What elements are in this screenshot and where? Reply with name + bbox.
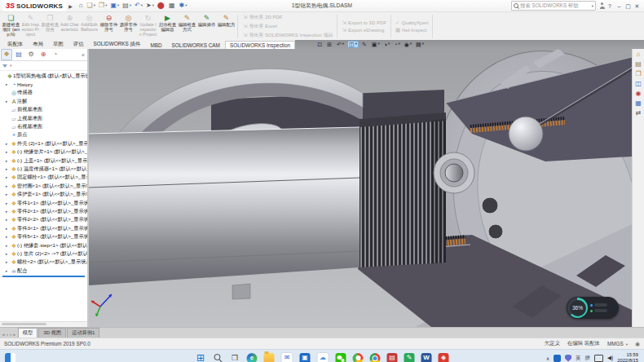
ribbon-button[interactable]: ◎ Add/Edit Balloons <box>80 13 99 40</box>
taskbar-app-icon[interactable] <box>336 353 346 362</box>
model-3d-view[interactable] <box>89 49 632 327</box>
tree-item[interactable]: ▸ ❖ 零件2<2> (默认<<默认>_显示状态 <box>0 216 87 224</box>
heads-up-button[interactable]: ↶ ▾ <box>336 42 345 47</box>
tree-item[interactable]: ▱ 右视基准面 <box>0 122 87 130</box>
command-manager-tab[interactable]: 布局 <box>28 39 48 49</box>
heads-up-button[interactable]: ▤ ▾ <box>415 42 425 47</box>
quick-access-button[interactable]: ▣ ▾ <box>110 2 119 9</box>
ribbon-stack-button[interactable]: ✓QualityXpert <box>395 20 428 26</box>
tab-scroll-arrow-icon[interactable]: « <box>2 332 5 337</box>
tree-item[interactable]: ▸ ❖ 密封圈<1> (默认<<默认>_显示状态 <box>0 182 87 190</box>
window-control-button[interactable]: ✕ <box>633 1 642 11</box>
taskbar-app-icon[interactable]: ▤ <box>387 353 398 362</box>
tree-item[interactable]: ▱ 前视基准面 <box>0 106 87 114</box>
quick-access-button[interactable]: ❏ ▾ <box>87 2 95 9</box>
taskbar-app-icon[interactable]: ✉ <box>281 352 293 362</box>
search-input[interactable]: 搜索 SOLIDWORKS 帮助 ▾ <box>511 1 596 11</box>
panel-tab-icon[interactable]: ❖ <box>1 49 12 60</box>
network-monitor-icon[interactable] <box>594 355 603 362</box>
tree-item[interactable]: ▸ ❖ 螺栓<2> (默认<<默认>_显示状态 <box>0 258 87 267</box>
menu-expand-arrow-icon[interactable]: ▶ <box>68 3 73 9</box>
window-control-button[interactable]: – <box>615 1 624 11</box>
ribbon-button[interactable]: ❏ 新建检查项目 (amp;N) <box>2 13 20 40</box>
tree-item[interactable]: ❖ 1型铠装热电偶 (默认<默认_显示状态-1>) <box>0 72 87 80</box>
tree-item[interactable]: ▸ ❖ (-) 绝缘垫片<1> (默认<<默认>_显示 <box>0 148 87 157</box>
task-pane-tab-icon[interactable]: ◉ <box>636 90 642 97</box>
onedrive-icon[interactable] <box>554 355 561 362</box>
command-manager-tab[interactable]: SOLIDWORKS 插件 <box>89 39 146 49</box>
ribbon-button[interactable]: ◎ 选择零件序号 <box>119 13 138 40</box>
model-tab[interactable]: 3D 视图 <box>38 328 66 338</box>
widgets-icon[interactable] <box>5 353 15 362</box>
panel-collapse-icon[interactable]: « <box>82 52 86 58</box>
heads-up-button[interactable]: ◔ ▾ <box>393 42 401 47</box>
ime-language-indicator[interactable]: 英 <box>576 355 581 362</box>
taskbar-app-icon[interactable]: ❐ <box>230 353 240 362</box>
task-pane-tab-icon[interactable]: ⇄ <box>636 110 642 117</box>
taskbar-clock[interactable]: 15:59 2022/8/15 <box>617 352 638 362</box>
taskbar-app-icon[interactable]: ⊞ <box>196 353 206 362</box>
taskbar-app-icon[interactable]: W <box>421 353 432 362</box>
tree-item[interactable]: ▸ ❖ 零件3<1> (默认<<默认>_显示状态 <box>0 224 87 232</box>
quick-access-button[interactable]: ⌂ <box>79 2 84 9</box>
tray-chevron-icon[interactable]: ∧ <box>546 355 549 361</box>
heads-up-button[interactable]: ⊡ <box>316 42 324 47</box>
tree-horizontal-scrollbar[interactable] <box>0 321 87 327</box>
tree-item[interactable]: + 原点 <box>0 131 87 139</box>
quick-access-button[interactable]: ↶ ▾ <box>135 2 143 9</box>
ribbon-button[interactable]: ↻ Update Inspection Project <box>139 13 157 40</box>
ime-mode-indicator[interactable]: 拼 <box>585 355 591 362</box>
task-pane-tab-icon[interactable]: ▦ <box>635 100 642 107</box>
security-shield-icon[interactable] <box>565 355 571 362</box>
tree-item[interactable]: ▸ ❖ (-) 绝缘套.step<1> (默认<<默认>_ <box>0 241 87 249</box>
taskbar-app-icon[interactable]: ✎ <box>404 353 415 362</box>
model-tab[interactable]: 模型 <box>18 328 37 338</box>
panel-tab-icon[interactable]: ⊕ <box>37 49 49 60</box>
graphics-viewport[interactable]: 36% <box>89 49 632 327</box>
taskbar-app-icon[interactable]: ▣ <box>300 353 311 362</box>
taskbar-app-icon[interactable] <box>370 353 381 362</box>
heads-up-button[interactable]: ◑ ▾ <box>383 42 391 47</box>
quick-access-button[interactable]: ➤ ▾ <box>146 2 154 9</box>
help-icon[interactable]: ? <box>608 3 611 9</box>
tree-item[interactable]: ▸ ❖ (-) 温度传感器<1> (默认<<默认>_显 <box>0 165 87 173</box>
ribbon-button[interactable]: ✎ 编辑配方 <box>217 13 236 40</box>
ribbon-button[interactable]: ⊕ Add Characteristic <box>60 13 79 40</box>
heads-up-button[interactable]: ✎ <box>361 42 368 47</box>
tab-scroll-arrow-icon[interactable]: › <box>10 332 11 337</box>
window-control-button[interactable]: ▢ <box>624 1 633 11</box>
tree-item[interactable]: ▸ ❖ 零件5<1> (默认<<默认>_显示状态 <box>0 232 87 241</box>
performance-overlay-widget[interactable]: 36% <box>567 297 619 319</box>
command-manager-tab[interactable]: SOLIDWORKS CAM <box>167 41 225 49</box>
tree-item[interactable]: ▸ ◔ History <box>0 80 87 88</box>
heads-up-button[interactable]: ⊞ <box>326 42 333 47</box>
ribbon-button[interactable]: ⊖ 移除零件序号 <box>99 13 118 40</box>
panel-tab-icon[interactable]: ▤ <box>13 49 24 60</box>
ribbon-button[interactable]: ❐ 新建检查报告 <box>41 13 60 40</box>
tree-item[interactable]: ▸ ❖ 保护套<1> (默认<<默认>_显示状态 <box>0 190 87 198</box>
ribbon-stack-button[interactable]: ⇲导出至 2D PDF <box>243 14 333 21</box>
taskbar-app-icon[interactable]: ◈ <box>439 353 449 362</box>
scrollbar-thumb[interactable] <box>2 323 46 325</box>
quick-access-button[interactable]: ⬤ <box>157 2 165 9</box>
tree-item[interactable]: ▸ ❖ 外壳 (2)<1> (默认<<默认>_显示状态 <box>0 139 87 148</box>
tab-scroll-arrow-icon[interactable]: » <box>13 332 15 337</box>
tree-item[interactable]: ▸ ∞ 配合 <box>0 267 87 275</box>
tab-scroll-arrow-icon[interactable]: ‹ <box>7 332 8 337</box>
tree-item[interactable]: ▸ ❖ (-) 上盖<1> (默认<<默认>_显示状态 <box>0 157 87 165</box>
command-manager-tab[interactable]: 评估 <box>68 39 89 49</box>
ribbon-stack-button[interactable]: ⇲Export eDrawing <box>342 28 386 33</box>
tree-item[interactable]: ▸ ❖ 固定螺栓<1> (默认<<默认>_显示状 <box>0 174 87 182</box>
command-manager-tab[interactable]: MBD <box>145 41 166 49</box>
command-manager-tab[interactable]: 草图 <box>48 39 68 49</box>
tree-item[interactable]: ▸ ❖ 零件2<1> (默认<<默认>_显示状态 <box>0 207 87 215</box>
speaker-icon[interactable]: ◀) <box>607 355 613 361</box>
panel-tab-icon[interactable]: ◔ <box>50 49 61 60</box>
ribbon-button[interactable]: ✎ 编辑检查方式 <box>178 13 196 40</box>
taskbar-app-icon[interactable] <box>264 353 275 362</box>
model-tab[interactable]: 运动算例1 <box>67 328 99 338</box>
ribbon-stack-button[interactable]: ⇲导出至 SOLIDWORKS Inspection 项目 <box>243 32 333 39</box>
ribbon-button[interactable]: ▶ 启动检查编辑器 <box>158 13 177 40</box>
ribbon-button[interactable]: ✎ Edit Inspection Project <box>21 13 40 40</box>
heads-up-button[interactable]: ◉ ▾ <box>404 42 412 47</box>
